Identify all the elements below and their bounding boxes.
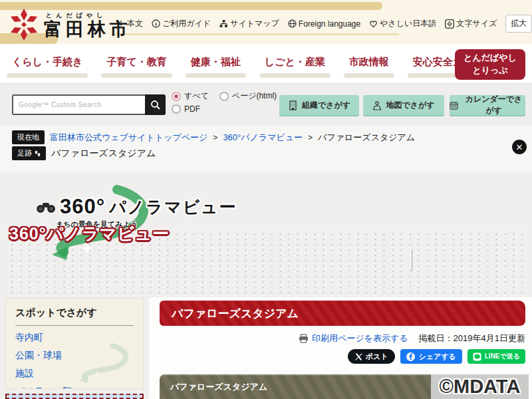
search-scope-radios: すべて ページ(html) PDF [172, 90, 277, 116]
spot-sidebar: スポットでさがす 寺内町 公園・球場 施設 パノラマ一覧 [5, 298, 144, 389]
breadcrumb: 現在地 富田林市公式ウェブサイトトップページ > 360°パノラマビュー > バ… [12, 130, 415, 144]
facebook-icon [406, 352, 415, 361]
city-emblem-icon [9, 8, 39, 41]
foreign-language-link[interactable]: Foreign language [288, 19, 360, 29]
main-text-link[interactable]: 本文 [117, 18, 143, 29]
nav-item-kosodate[interactable]: 子育て・教育 [106, 56, 166, 78]
sidebar-link-facilities[interactable]: 施設 [15, 368, 134, 380]
find-by-map-button[interactable]: 地図でさがす [363, 95, 444, 115]
close-icon[interactable]: ✕ [512, 140, 527, 154]
print-page-link[interactable]: 印刷用ページを表示する [299, 332, 408, 344]
skip-to-content-icon [117, 20, 125, 28]
search-section: すべて ページ(html) PDF 組織でさがす 地図でさがす カレンダーでさが… [0, 83, 532, 125]
map-pin-icon [372, 100, 382, 110]
line-icon [473, 352, 481, 361]
search-button[interactable] [145, 94, 166, 115]
main-nav: くらし・手続き 子育て・教育 健康・福祉 しごと・産業 市政情報 安心安全ガイド… [0, 44, 532, 83]
footprint-page-title: バファローズスタジアム [51, 148, 156, 160]
footprint-row: 足跡 バファローズスタジアム [12, 146, 156, 160]
city-logo[interactable]: とんだばやし 富田林市 [9, 8, 132, 41]
building-icon [288, 100, 298, 110]
divider [15, 325, 134, 326]
utility-nav: 本文 ご利用ガイド サイトマップ Foreign language やさしい日本… [117, 15, 532, 33]
breadcrumb-home-link[interactable]: 富田林市公式ウェブサイトトップページ [50, 132, 207, 144]
usage-guide-link[interactable]: ご利用ガイド [152, 18, 211, 29]
find-by-organization-button[interactable]: 組織でさがす [279, 95, 359, 115]
guide-icon [152, 19, 160, 28]
page-title: バファローズスタジアム [172, 306, 299, 321]
page-meta-row: 印刷用ページを表示する 掲載日：2019年4月1日更新 [160, 332, 525, 344]
sidebar-link-jinaimachi[interactable]: 寺内町 [15, 332, 134, 344]
breadcrumb-panorama-link[interactable]: 360°パノラマビュー [223, 132, 303, 144]
x-logo-icon [355, 353, 362, 360]
page-title-banner: バファローズスタジアム [160, 301, 525, 326]
media-caption: バファローズスタジアム [170, 381, 267, 393]
breadcrumb-current: バファローズスタジアム [318, 132, 415, 144]
mdata-watermark: ©MDATA [431, 374, 529, 399]
sidebar-link-parks[interactable]: 公園・球場 [15, 350, 134, 362]
sidebar-link-panorama-list[interactable]: パノラマ一覧 [15, 386, 134, 389]
gear-icon [445, 19, 454, 29]
tondabayashi-trip-button[interactable]: とんだばやし とりっぷ [455, 49, 525, 80]
line-share-button[interactable]: LINEで送る [467, 349, 525, 364]
nav-item-kenkou[interactable]: 健康・福祉 [191, 56, 241, 78]
site-header: とんだばやし 富田林市 本文 ご利用ガイド サイトマップ Foreign lan… [0, 0, 532, 44]
sidebar-banner-box[interactable] [5, 394, 144, 399]
radio-dot [172, 104, 181, 114]
radio-dot [172, 92, 181, 101]
binoculars-icon [36, 200, 56, 213]
easy-japanese-link[interactable]: やさしい日本語 [369, 18, 436, 29]
facebook-share-button[interactable]: シェアする [400, 349, 462, 364]
search-input[interactable] [12, 94, 145, 115]
find-by-calendar-button[interactable]: カレンダーでさがす [450, 95, 525, 115]
nav-item-kurashi[interactable]: くらし・手続き [12, 56, 82, 78]
globe-icon [288, 19, 297, 28]
font-size-label: 文字サイズ [445, 18, 497, 29]
heart-icon [369, 20, 378, 28]
hero-panorama-image[interactable]: 360° パノラマビュー まちの景色を見てみよう 360°パノラマビュー [5, 178, 527, 296]
current-location-badge: 現在地 [12, 130, 45, 144]
radio-pdf[interactable]: PDF [172, 104, 200, 114]
radio-dot [219, 92, 229, 101]
font-expand-button[interactable]: 拡大 [505, 15, 532, 33]
calendar-icon [450, 100, 458, 110]
ribbon-decoration [113, 33, 399, 35]
search-icon [150, 100, 161, 110]
footprint-icon [35, 150, 41, 157]
radio-all[interactable]: すべて [172, 90, 209, 102]
page: とんだばやし 富田林市 本文 ご利用ガイド サイトマップ Foreign lan… [0, 0, 532, 399]
tower-landmark [410, 249, 412, 270]
sidebar-title: スポットでさがす [15, 307, 134, 319]
nav-item-shisei[interactable]: 市政情報 [349, 56, 389, 78]
sitemap-link[interactable]: サイトマップ [219, 18, 279, 29]
breadcrumb-section: 現在地 富田林市公式ウェブサイトトップページ > 360°パノラマビュー > バ… [0, 125, 532, 173]
x-post-button[interactable]: ポスト [348, 349, 396, 364]
hero-title: 360° パノラマビュー [36, 195, 237, 219]
radio-page-html[interactable]: ページ(html) [219, 90, 277, 102]
sitemap-icon [219, 19, 228, 28]
publish-date: 掲載日：2019年4月1日更新 [419, 332, 525, 344]
swoosh-watermark-icon [66, 340, 139, 387]
printer-icon [299, 334, 309, 343]
share-buttons-row: ポスト シェアする LINEで送る [160, 349, 525, 364]
footprint-badge: 足跡 [12, 146, 46, 160]
nav-item-shigoto[interactable]: しごと・産業 [265, 56, 325, 78]
hero-red-label: 360°パノラマビュー [9, 223, 170, 245]
